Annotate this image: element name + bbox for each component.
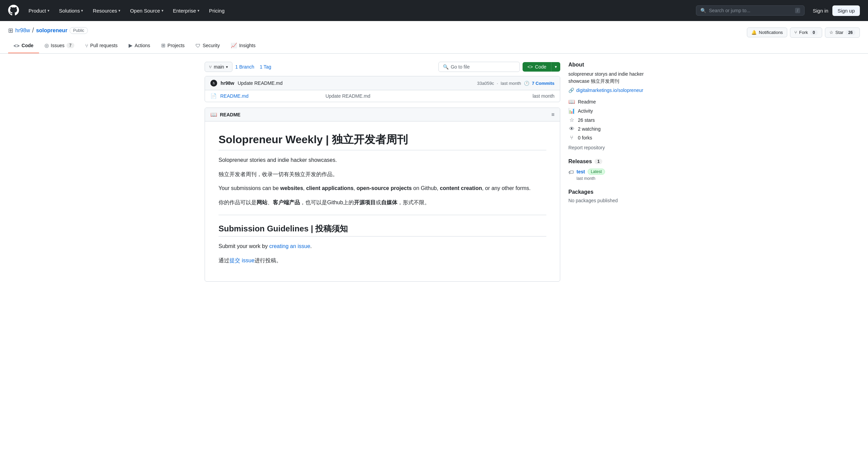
star-count: 26	[846, 30, 855, 35]
readme-divider	[219, 215, 546, 215]
readme-body1: Your submissions can be websites, client…	[219, 184, 546, 193]
readme-body2: 你的作品可以是网站、客户端产品，也可以是Github上的开源项目或自媒体，形式不…	[219, 198, 546, 207]
topnav-navigation: Product ▾ Solutions ▾ Resources ▾ Open S…	[24, 5, 693, 16]
branch-name: main	[214, 64, 224, 70]
topnav: Product ▾ Solutions ▾ Resources ▾ Open S…	[0, 0, 868, 21]
report-repository-link[interactable]: Report repository	[568, 145, 605, 150]
branch-selector[interactable]: ⑂ main ▾	[205, 62, 232, 72]
issues-count: 7	[67, 43, 74, 48]
book-icon: 📖	[210, 111, 217, 118]
readme-intro1: Solopreneur stories and indie hacker sho…	[219, 156, 546, 165]
tab-actions[interactable]: ▶ Actions	[123, 38, 156, 53]
topnav-actions: Sign in Sign up	[813, 5, 860, 16]
bell-icon: 🔔	[751, 30, 757, 35]
tab-security[interactable]: 🛡 Security	[190, 39, 225, 53]
repo-content: ⑂ main ▾ 1 Branch 1 Tag 🔍 Go to file <> …	[205, 62, 560, 282]
submit-link1[interactable]: 提交	[229, 258, 240, 263]
signup-button[interactable]: Sign up	[832, 5, 860, 16]
nav-open-source[interactable]: Open Source ▾	[126, 5, 167, 16]
commit-author-avatar: h	[210, 80, 217, 87]
fork-icon: ⑂	[794, 30, 797, 35]
tab-projects[interactable]: ⊞ Projects	[156, 38, 190, 53]
issue-icon: ◎	[44, 42, 49, 49]
repo-icon: ⊞	[8, 27, 13, 34]
nav-solutions[interactable]: Solutions ▾	[55, 5, 88, 16]
readme-options-button[interactable]: ≡	[551, 112, 554, 118]
readme-submit1: Submit your work by creating an issue.	[219, 242, 546, 251]
submit-link2[interactable]: issue	[242, 258, 254, 263]
tag-count-link[interactable]: 1 Tag	[260, 64, 271, 70]
book-icon: 📖	[568, 98, 575, 105]
repo-header: ⊞ hr98w / solopreneur Public 🔔 Notificat…	[0, 21, 868, 54]
branch-count-link[interactable]: 1 Branch	[235, 64, 254, 70]
release-item: 🏷 test Latest last month	[568, 169, 663, 181]
insights-icon: 📈	[231, 42, 237, 49]
file-name[interactable]: README.md	[220, 93, 322, 99]
fork-count: 0	[810, 30, 818, 35]
chevron-down-icon: ▾	[197, 8, 200, 13]
search-bar[interactable]: 🔍 Search or jump to... /	[696, 5, 805, 16]
nav-resources[interactable]: Resources ▾	[89, 5, 125, 16]
bold-client: client applications	[306, 185, 354, 191]
star-button[interactable]: ☆ Star 26	[825, 27, 860, 38]
bold-opensource-zh: 开源项目	[354, 200, 376, 205]
github-logo[interactable]	[8, 5, 19, 17]
readme-submit2: 通过提交 issue进行投稿。	[219, 256, 546, 265]
sidebar-activity-link[interactable]: 📊 Activity	[568, 106, 663, 115]
releases-header: Releases 1	[568, 158, 663, 165]
releases-section: Releases 1 🏷 test Latest last month	[568, 158, 663, 181]
star-icon: ☆	[829, 30, 833, 35]
file-table: h hr98w Update README.md 33a059c · last …	[205, 76, 560, 102]
tab-pull-requests[interactable]: ⑂ Pull requests	[80, 39, 123, 53]
commit-time: last month	[501, 81, 521, 86]
repo-name[interactable]: solopreneur	[36, 27, 67, 34]
repo-owner[interactable]: hr98w	[15, 27, 30, 34]
repo-sidebar: About solopreneur storys and indie hacke…	[568, 62, 663, 282]
code-icon: <>	[527, 64, 533, 70]
creating-issue-link[interactable]: creating an issue	[269, 243, 310, 249]
file-icon: 📄	[210, 93, 217, 99]
sidebar-forks-link[interactable]: ⑂ 0 forks	[568, 133, 663, 142]
chevron-down-icon: ▾	[81, 8, 83, 13]
commit-hash: 33a059c	[477, 81, 494, 86]
tab-issues[interactable]: ◎ Issues 7	[39, 38, 80, 53]
tag-icon: 🏷	[568, 169, 574, 175]
bold-content: content creation	[440, 185, 482, 191]
chevron-down-icon: ▾	[118, 8, 120, 13]
activity-icon: 📊	[568, 108, 575, 114]
code-icon: <>	[14, 43, 20, 49]
notifications-button[interactable]: 🔔 Notifications	[747, 27, 787, 37]
sidebar-watching-link[interactable]: 👁 2 watching	[568, 125, 663, 133]
pr-icon: ⑂	[85, 43, 88, 49]
nav-enterprise[interactable]: Enterprise ▾	[169, 5, 204, 16]
code-dropdown-button[interactable]: ▾	[551, 62, 560, 72]
commits-link[interactable]: 7 Commits	[532, 81, 554, 86]
commit-author-name[interactable]: hr98w	[221, 80, 234, 86]
search-placeholder: Search or jump to...	[709, 8, 792, 13]
readme-container: 📖 README ≡ Solopreneur Weekly | 独立开发者周刊 …	[205, 108, 560, 282]
fork-icon: ⑂	[568, 135, 575, 141]
website-link[interactable]: 🔗 digitalmarketings.io/solopreneur	[568, 88, 663, 93]
table-row: 📄 README.md Update README.md last month	[205, 90, 560, 102]
link-icon: 🔗	[568, 88, 574, 93]
goto-file-input[interactable]: 🔍 Go to file	[438, 62, 520, 72]
sidebar-stars-link[interactable]: ☆ 26 stars	[568, 115, 663, 125]
nav-pricing[interactable]: Pricing	[205, 5, 229, 16]
signin-button[interactable]: Sign in	[813, 8, 828, 14]
packages-section: Packages No packages published	[568, 189, 663, 203]
chevron-down-icon: ▾	[162, 8, 164, 13]
sidebar-readme-link[interactable]: 📖 Readme	[568, 97, 663, 106]
fork-button[interactable]: ⑂ Fork 0	[790, 27, 822, 38]
code-button[interactable]: <> Code	[523, 62, 551, 72]
release-badge: Latest	[588, 169, 605, 175]
tab-code[interactable]: <> Code	[8, 39, 39, 53]
repo-tabs: <> Code ◎ Issues 7 ⑂ Pull requests ▶ Act…	[8, 38, 860, 53]
release-name[interactable]: test	[577, 169, 585, 174]
tab-insights[interactable]: 📈 Insights	[225, 38, 261, 53]
readme-intro2: 独立开发者周刊，收录一切有关独立开发的作品。	[219, 170, 546, 179]
breadcrumb-separator: /	[32, 26, 34, 34]
chevron-down-icon: ▾	[555, 64, 557, 69]
nav-product[interactable]: Product ▾	[24, 5, 54, 16]
commit-message: Update README.md	[238, 80, 282, 86]
star-icon: ☆	[568, 117, 575, 123]
